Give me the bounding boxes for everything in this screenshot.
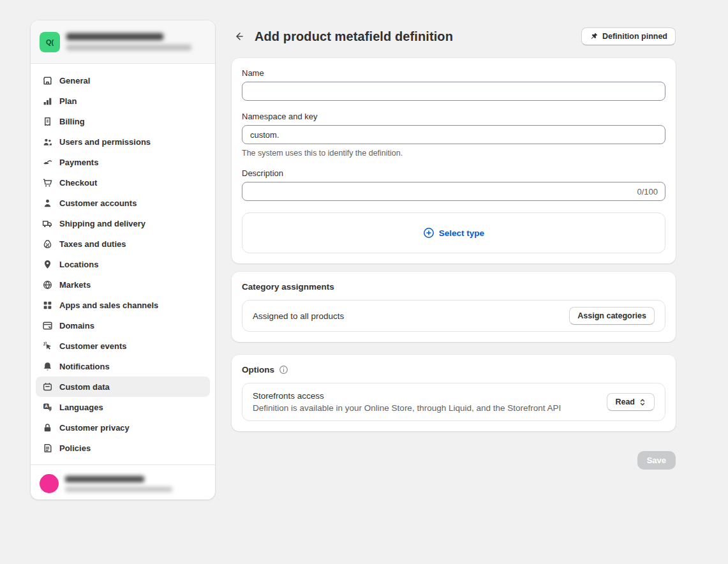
category-assignments-title: Category assignments — [242, 282, 665, 292]
sidebar-item-locations[interactable]: Locations — [36, 254, 210, 274]
chevron-updown-icon — [639, 398, 646, 406]
settings-nav: General Plan Billing Users and permissio… — [31, 64, 215, 464]
sidebar-item-users-and-permissions[interactable]: Users and permissions — [36, 131, 210, 152]
assign-categories-label: Assign categories — [577, 311, 646, 320]
namespace-input[interactable] — [242, 125, 665, 144]
sidebar-item-label: Plan — [59, 96, 77, 106]
sidebar-item-label: Customer accounts — [59, 198, 137, 208]
storefront-access-select[interactable]: Read — [607, 393, 655, 411]
sidebar-item-label: Users and permissions — [59, 137, 151, 147]
truck-icon — [42, 218, 53, 229]
sidebar-item-plan[interactable]: Plan — [36, 91, 210, 111]
policies-doc-icon — [42, 443, 53, 454]
sidebar-item-taxes-and-duties[interactable]: Taxes and duties — [36, 234, 210, 254]
user-meta — [65, 476, 172, 492]
definition-form-card: Name Namespace and key The system uses t… — [232, 58, 676, 263]
custom-data-icon — [42, 382, 53, 392]
checkout-cart-icon — [42, 177, 53, 188]
select-type-label: Select type — [439, 228, 484, 238]
namespace-help-text: The system uses this to identify the def… — [242, 149, 665, 158]
category-assignment-row: Assigned to all products Assign categori… — [242, 300, 665, 332]
options-title: Options — [242, 365, 274, 375]
store-domain-redacted — [66, 45, 191, 50]
sidebar-item-billing[interactable]: Billing — [36, 111, 210, 131]
sidebar-item-label: Customer events — [59, 341, 126, 351]
person-icon — [42, 198, 53, 209]
plan-icon — [42, 96, 53, 107]
main-content: Add product metafield definition Definit… — [232, 0, 676, 470]
name-label: Name — [242, 68, 665, 78]
sidebar-item-checkout[interactable]: Checkout — [36, 172, 210, 193]
sidebar-item-label: General — [59, 76, 90, 85]
user-avatar — [40, 474, 59, 493]
description-field-group: Description 0/100 — [242, 168, 665, 201]
definition-pinned-button[interactable]: Definition pinned — [581, 27, 676, 45]
store-meta — [66, 33, 191, 50]
sidebar-item-general[interactable]: General — [36, 70, 210, 91]
page-title: Add product metafield definition — [255, 29, 574, 44]
back-arrow-icon — [234, 31, 245, 42]
definition-pinned-label: Definition pinned — [602, 32, 667, 41]
svg-text:A: A — [45, 404, 48, 408]
sidebar-item-customer-accounts[interactable]: Customer accounts — [36, 193, 210, 213]
category-assignments-card: Category assignments Assigned to all pro… — [232, 272, 676, 342]
bell-icon — [42, 361, 53, 372]
map-pin-icon — [42, 259, 53, 270]
options-card: Options Storefronts access Definition is… — [232, 355, 676, 431]
storefronts-access-row: Storefronts access Definition is availab… — [242, 383, 665, 421]
sidebar-item-domains[interactable]: Domains — [36, 315, 210, 336]
sidebar-item-custom-data[interactable]: Custom data — [36, 376, 210, 397]
assign-categories-button[interactable]: Assign categories — [569, 307, 655, 325]
select-type-button[interactable]: Select type — [242, 212, 665, 253]
info-icon[interactable] — [279, 365, 288, 375]
store-icon — [42, 75, 53, 86]
sidebar-item-customer-privacy[interactable]: Customer privacy — [36, 417, 210, 438]
back-button[interactable] — [232, 29, 247, 44]
sidebar-item-label: Shipping and delivery — [59, 219, 145, 228]
storefronts-access-title: Storefronts access — [253, 391, 607, 401]
sidebar-item-policies[interactable]: Policies — [36, 438, 210, 458]
translate-icon: A — [42, 402, 53, 413]
sidebar-item-shipping-and-delivery[interactable]: Shipping and delivery — [36, 213, 210, 234]
sidebar-item-label: Apps and sales channels — [59, 301, 158, 310]
sidebar-item-languages[interactable]: A Languages — [36, 397, 210, 417]
globe-icon — [42, 279, 53, 290]
payments-icon — [42, 157, 53, 168]
sidebar-item-label: Policies — [59, 443, 91, 453]
user-name-redacted — [65, 476, 144, 482]
save-row: Save — [232, 451, 676, 470]
pin-icon — [590, 32, 598, 41]
name-input[interactable] — [242, 82, 665, 101]
sidebar-item-label: Taxes and duties — [59, 239, 126, 249]
user-email-redacted — [65, 487, 172, 492]
users-icon — [42, 137, 53, 147]
sidebar-item-label: Notifications — [59, 362, 110, 371]
store-avatar: Q( — [40, 32, 60, 52]
lock-icon — [42, 422, 53, 433]
sidebar-item-label: Customer privacy — [59, 423, 130, 433]
name-field-group: Name — [242, 68, 665, 101]
store-header: Q( — [31, 20, 215, 64]
sidebar-item-label: Markets — [59, 280, 91, 290]
sidebar-item-label: Payments — [59, 158, 98, 167]
sidebar-item-label: Custom data — [59, 382, 110, 392]
description-label: Description — [242, 168, 665, 178]
description-input[interactable] — [242, 182, 665, 201]
sidebar-item-label: Locations — [59, 260, 98, 269]
sidebar-item-label: Languages — [59, 403, 103, 412]
sidebar-item-markets[interactable]: Markets — [36, 274, 210, 295]
sidebar-item-notifications[interactable]: Notifications — [36, 356, 210, 376]
cursor-click-icon — [42, 341, 53, 352]
sidebar-item-payments[interactable]: Payments — [36, 152, 210, 172]
sidebar-item-apps-and-sales-channels[interactable]: Apps and sales channels — [36, 295, 210, 315]
user-footer[interactable] — [31, 464, 215, 500]
namespace-field-group: Namespace and key The system uses this t… — [242, 112, 665, 158]
settings-sidebar: Q( General Plan Billing Users and permis… — [31, 20, 215, 500]
money-bag-percent-icon — [42, 239, 53, 249]
sidebar-item-customer-events[interactable]: Customer events — [36, 336, 210, 356]
save-button[interactable]: Save — [637, 451, 676, 470]
namespace-label: Namespace and key — [242, 112, 665, 121]
page-header: Add product metafield definition Definit… — [232, 27, 676, 45]
apps-grid-icon — [42, 300, 53, 311]
sidebar-item-label: Checkout — [59, 178, 97, 188]
